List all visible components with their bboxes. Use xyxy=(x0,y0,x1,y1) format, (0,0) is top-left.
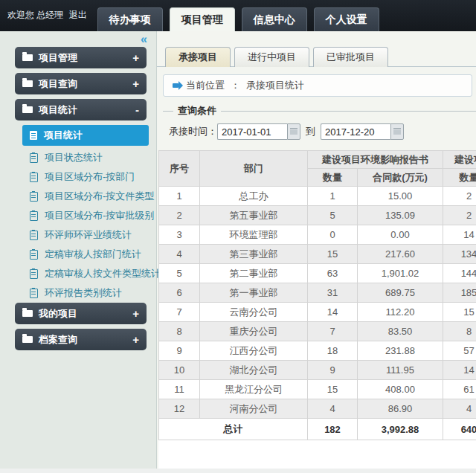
table-row: 10湖北分公司9111.9514 xyxy=(159,361,476,380)
cell-seq: 3 xyxy=(159,225,200,245)
calendar-icon[interactable] xyxy=(390,123,404,140)
cell-seq: 6 xyxy=(159,283,200,303)
clipboard-icon xyxy=(30,231,38,240)
cell-seq: 5 xyxy=(159,264,200,283)
total-label: 总计 xyxy=(159,419,308,440)
collapse-sidebar-icon[interactable]: « xyxy=(141,33,147,46)
sidebar-group-项目统计[interactable]: 项目统计- xyxy=(15,99,147,120)
sidebar-group-label: 我的项目 xyxy=(39,307,132,321)
cell-dept: 第一事业部 xyxy=(200,283,308,303)
sidebar-item-项目区域分布-按审批级别[interactable]: 项目区域分布-按审批级别 xyxy=(0,206,156,225)
cell-qty: 144 xyxy=(443,264,476,283)
sidebar-item-环评报告类别统计[interactable]: 环评报告类别统计 xyxy=(0,283,156,303)
cell-qty: 15 xyxy=(308,380,358,399)
cell-seq: 12 xyxy=(159,399,200,419)
content-tab-承接项目[interactable]: 承接项目 xyxy=(165,47,231,67)
cell-seq: 7 xyxy=(159,303,200,322)
col-header-amount: 合同款(万元) xyxy=(358,169,443,187)
cell-amount: 111.95 xyxy=(358,361,443,380)
sidebar-item-定稿审核人按文件类型统计[interactable]: 定稿审核人按文件类型统计 xyxy=(0,264,156,283)
sidebar-group-我的项目[interactable]: 我的项目+ xyxy=(15,303,147,324)
cell-dept: 河南分公司 xyxy=(200,399,308,419)
sidebar-item-项目区域分布-按部门[interactable]: 项目区域分布-按部门 xyxy=(0,167,156,187)
breadcrumb-value: 承接项目统计 xyxy=(246,79,304,92)
sidebar-item-环评师环评业绩统计[interactable]: 环评师环评业绩统计 xyxy=(0,225,156,245)
calendar-icon[interactable] xyxy=(287,123,300,140)
sidebar-item-label: 环评师环评业绩统计 xyxy=(45,225,132,245)
welcome-text: 欢迎您 总经理 退出 xyxy=(7,9,87,22)
sidebar-group-项目管理[interactable]: 项目管理+ xyxy=(15,47,147,68)
top-tab-项目管理[interactable]: 项目管理 xyxy=(170,7,235,31)
sidebar-group-label: 项目统计 xyxy=(39,103,135,117)
cell-qty: 63 xyxy=(308,264,358,283)
expand-toggle-icon: + xyxy=(132,307,139,320)
table-row: 5第二事业部631,901.02144 xyxy=(159,264,476,283)
cell-amount: 15.00 xyxy=(358,187,443,206)
clipboard-icon xyxy=(30,173,38,182)
logout-link[interactable]: 退出 xyxy=(69,10,87,20)
top-tab-信息中心[interactable]: 信息中心 xyxy=(242,7,307,31)
cell-qty: 0 xyxy=(308,225,358,245)
cell-seq: 8 xyxy=(159,322,200,341)
breadcrumb-separator: ： xyxy=(231,79,240,92)
top-tab-个人设置[interactable]: 个人设置 xyxy=(314,7,379,31)
col-group-header-report-book: 建设项目环境影响报告书 xyxy=(308,151,443,169)
arrow-right-icon xyxy=(173,83,178,88)
cell-amount: 217.60 xyxy=(358,245,443,264)
folder-icon xyxy=(22,54,33,61)
top-tab-待办事项[interactable]: 待办事项 xyxy=(97,7,163,31)
table-row: 3环境监理部00.0014 xyxy=(159,225,476,245)
cell-dept: 江西分公司 xyxy=(200,341,308,361)
main-content: 承接项目进行中项目已审批项目 当前位置 ： 承接项目统计 查询条件 承接时间： … xyxy=(157,31,476,473)
cell-seq: 1 xyxy=(159,187,200,206)
cell-dept: 湖北分公司 xyxy=(200,361,308,380)
cell-qty: 61 xyxy=(443,380,476,399)
col-header-dept: 部门 xyxy=(200,151,308,187)
sidebar-group-项目查询[interactable]: 项目查询+ xyxy=(15,73,147,94)
sidebar-item-定稿审核人按部门统计[interactable]: 定稿审核人按部门统计 xyxy=(0,245,156,264)
cell-dept: 总工办 xyxy=(200,187,308,206)
clipboard-icon xyxy=(30,250,38,260)
cell-amount: 83.50 xyxy=(358,322,443,341)
table-foot: 总计1823,992.88640 xyxy=(159,419,476,440)
cell-amount: 689.75 xyxy=(358,283,443,303)
cell-dept: 第二事业部 xyxy=(200,264,308,283)
welcome-user: 欢迎您 总经理 xyxy=(7,10,63,20)
date-to-input[interactable] xyxy=(321,123,390,140)
cell-qty: 18 xyxy=(308,341,358,361)
clipboard-icon xyxy=(30,211,38,221)
table-row: 7云南分公司14112.2015 xyxy=(159,303,476,322)
content-tab-进行中项目[interactable]: 进行中项目 xyxy=(234,47,309,67)
page-bottom-strip xyxy=(0,469,476,473)
table-total-row: 总计1823,992.88640 xyxy=(159,419,476,440)
cell-qty: 57 xyxy=(443,341,476,361)
content-tabs: 承接项目进行中项目已审批项目 xyxy=(165,46,476,67)
table-row: 9江西分公司18231.8857 xyxy=(159,341,476,361)
cell-dept: 云南分公司 xyxy=(200,303,308,322)
sidebar-item-项目状态统计[interactable]: 项目状态统计 xyxy=(0,148,156,167)
stats-table-container: 序号部门建设项目环境影响报告书建设项数量合同款(万元)数量 1总工办115.00… xyxy=(158,150,476,473)
clipboard-icon xyxy=(30,153,38,163)
table-row: 2第五事业部5135.092 xyxy=(159,206,476,225)
cell-seq: 9 xyxy=(159,341,200,361)
cell-dept: 黑龙江分公司 xyxy=(200,380,308,399)
cell-qty: 7 xyxy=(308,322,358,341)
sidebar-item-项目区域分布-按文件类型[interactable]: 项目区域分布-按文件类型 xyxy=(0,187,156,206)
cell-qty: 14 xyxy=(443,225,476,245)
cell-qty: 185 xyxy=(443,283,476,303)
cell-qty: 4 xyxy=(443,399,476,419)
sidebar-item-项目统计[interactable]: 项目统计 xyxy=(22,125,149,146)
sidebar-group-档案查询[interactable]: 档案查询+ xyxy=(15,329,147,350)
table-row: 4第三事业部15217.60134 xyxy=(159,245,476,264)
cell-seq: 4 xyxy=(159,245,200,264)
cell-qty: 2 xyxy=(443,206,476,225)
table-row: 11黑龙江分公司15408.0061 xyxy=(159,380,476,399)
cell-qty: 15 xyxy=(443,303,476,322)
cell-qty: 8 xyxy=(443,322,476,341)
sidebar-item-label: 项目状态统计 xyxy=(45,148,103,167)
table-row: 1总工办115.002 xyxy=(159,187,476,206)
date-from-input[interactable] xyxy=(217,123,287,140)
folder-icon xyxy=(22,106,33,113)
content-tab-已审批项目[interactable]: 已审批项目 xyxy=(313,47,388,67)
sidebar-item-label: 环评报告类别统计 xyxy=(45,283,122,303)
